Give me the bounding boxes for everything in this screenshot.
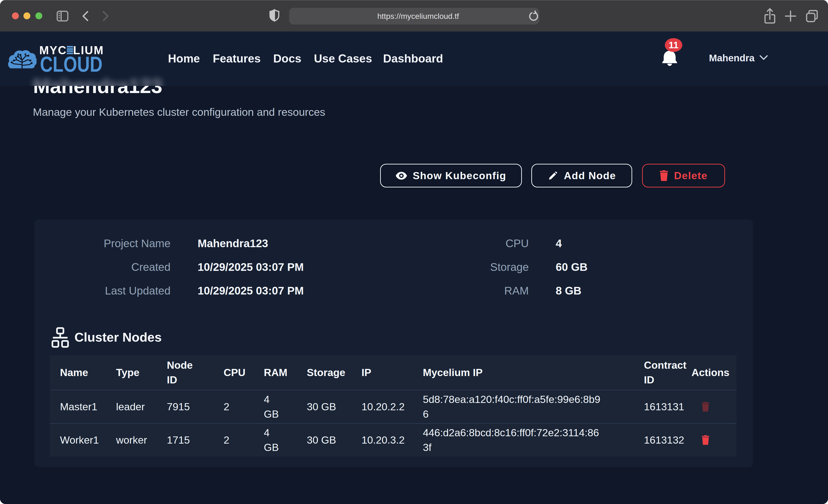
svg-text:11: 11 <box>669 40 678 50</box>
